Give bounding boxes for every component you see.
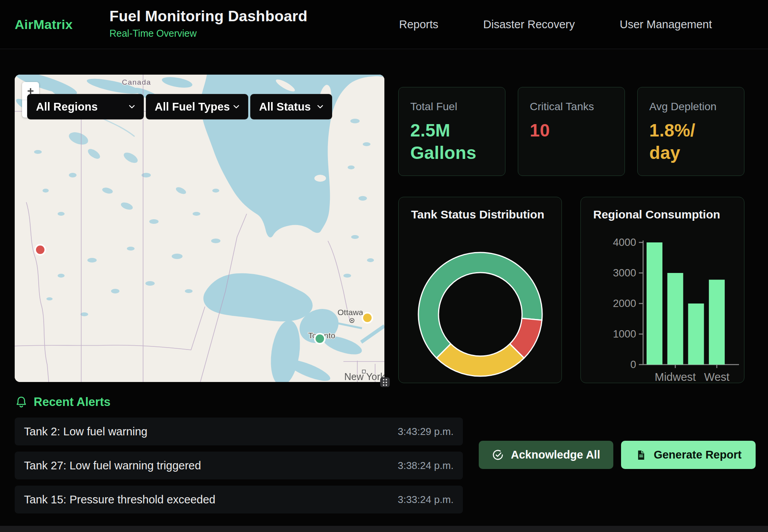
map-resize-handle[interactable]: [380, 377, 390, 387]
bar-3: [709, 280, 725, 365]
x-tick-label-west: West: [704, 371, 730, 383]
stat-card-avg-depletion: Avg Depletion1.8%/day: [637, 87, 744, 176]
tank-status-donut-chart: [399, 197, 562, 384]
stat-label: Total Fuel: [410, 101, 493, 113]
svg-text:2000: 2000: [613, 298, 636, 309]
header: AirMatrix Fuel Monitoring Dashboard Real…: [0, 0, 768, 49]
alert-text: Tank 15: Pressure threshold exceeded: [24, 493, 215, 506]
bar-0: [647, 242, 662, 365]
alerts-heading: Recent Alerts: [15, 395, 111, 409]
generate-report-button[interactable]: Generate Report: [621, 441, 756, 469]
critical-tank-marker[interactable]: [34, 244, 46, 256]
stat-value: 10: [530, 119, 613, 142]
nav-item-user-management[interactable]: User Management: [620, 18, 712, 31]
alert-row[interactable]: Tank 27: Low fuel warning triggered3:38:…: [15, 452, 463, 479]
stat-value: Gallons: [410, 142, 493, 164]
app-logo: AirMatrix: [15, 0, 73, 49]
regional-consumption-bar-chart: 01000200030004000MidwestWest: [581, 197, 745, 384]
svg-text:1000: 1000: [613, 328, 636, 340]
alert-time: 3:43:29 p.m.: [398, 426, 454, 438]
acknowledge-all-button[interactable]: Acknowledge All: [479, 441, 613, 469]
alerts-heading-label: Recent Alerts: [34, 395, 111, 409]
bar-2: [688, 304, 704, 365]
chevron-down-icon: [127, 102, 137, 111]
filter-select-all-regions[interactable]: All Regions: [27, 94, 144, 119]
filter-value: All Status: [259, 101, 311, 113]
alert-text: Tank 2: Low fuel warning: [24, 425, 147, 438]
bottom-bar: [0, 526, 768, 532]
x-tick-label-midwest: Midwest: [655, 371, 696, 383]
stat-value: day: [649, 142, 732, 164]
nav-item-reports[interactable]: Reports: [399, 18, 439, 31]
header-nav: ReportsDisaster RecoveryUser Management: [399, 0, 712, 49]
map-label-ottawa: Ottawa: [338, 308, 364, 317]
tank-status-panel: Tank Status Distribution: [398, 197, 562, 383]
page-subtitle: Real-Time Overview: [109, 28, 307, 39]
nav-item-disaster-recovery[interactable]: Disaster Recovery: [483, 18, 575, 31]
warning-tank-marker[interactable]: [362, 312, 373, 324]
stat-label: Avg Depletion: [649, 101, 732, 113]
svg-text:0: 0: [630, 359, 636, 370]
filter-value: All Regions: [36, 101, 98, 113]
map-label-canada: Canada: [122, 78, 151, 86]
normal-tank-marker[interactable]: [314, 333, 326, 344]
document-icon: [635, 449, 647, 461]
map-filters: All RegionsAll Fuel TypesAll Status: [27, 94, 332, 119]
stat-cards: Total Fuel2.5MGallonsCritical Tanks10Avg…: [398, 87, 744, 176]
chevron-down-icon: [232, 102, 241, 111]
alert-time: 3:33:24 p.m.: [398, 494, 454, 506]
alert-row[interactable]: Tank 2: Low fuel warning3:43:29 p.m.: [15, 418, 463, 445]
donut-segment-warning: [437, 344, 524, 376]
stat-label: Critical Tanks: [530, 101, 613, 113]
check-circle-icon: [492, 449, 504, 461]
filter-value: All Fuel Types: [155, 101, 230, 113]
alerts-list: Tank 2: Low fuel warning3:43:29 p.m.Tank…: [15, 418, 463, 520]
bar-1: [667, 273, 683, 365]
bell-icon: [15, 395, 28, 409]
map-panel[interactable]: Canada Ottawa Toronto New York + − All R…: [15, 75, 384, 382]
filter-select-all-status[interactable]: All Status: [250, 94, 332, 119]
alert-time: 3:38:24 p.m.: [398, 460, 454, 472]
map-canvas: Canada Ottawa Toronto New York: [15, 75, 384, 382]
map-label-new-york: New York: [344, 371, 384, 382]
stat-value: 1.8%/: [649, 119, 732, 142]
acknowledge-all-label: Acknowledge All: [511, 448, 600, 461]
screen: AirMatrix Fuel Monitoring Dashboard Real…: [0, 0, 768, 532]
chevron-down-icon: [316, 102, 325, 111]
title-block: Fuel Monitoring Dashboard Real-Time Over…: [109, 8, 307, 39]
stat-card-critical-tanks: Critical Tanks10: [518, 87, 625, 176]
stat-card-total-fuel: Total Fuel2.5MGallons: [398, 87, 505, 176]
svg-text:3000: 3000: [613, 267, 636, 279]
filter-select-all-fuel-types[interactable]: All Fuel Types: [146, 94, 248, 119]
svg-text:4000: 4000: [613, 237, 636, 248]
generate-report-label: Generate Report: [654, 448, 741, 461]
stat-value: 2.5M: [410, 119, 493, 142]
alert-text: Tank 27: Low fuel warning triggered: [24, 459, 201, 472]
regional-consumption-panel: Regional Consumption 01000200030004000Mi…: [580, 197, 744, 383]
page-title: Fuel Monitoring Dashboard: [109, 8, 307, 25]
alert-row[interactable]: Tank 15: Pressure threshold exceeded3:33…: [15, 486, 463, 513]
